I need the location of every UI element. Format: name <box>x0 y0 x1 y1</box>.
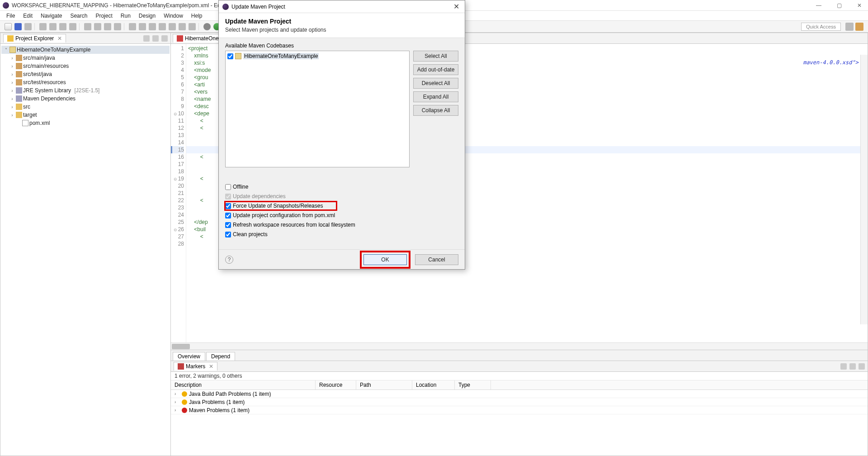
col-resource[interactable]: Resource <box>316 380 356 390</box>
codebase-tree[interactable]: HibernateOneToManyExample <box>225 51 410 167</box>
tree-source-folder[interactable]: ›src/main/java <box>1 54 170 62</box>
markers-summary: 1 error, 2 warnings, 0 others <box>171 372 868 380</box>
deselect-all-button[interactable]: Deselect All <box>413 78 458 89</box>
quick-access-input[interactable]: Quick Access <box>801 23 841 31</box>
col-location[interactable]: Location <box>412 380 455 390</box>
clean-projects-checkbox-row[interactable]: Clean projects <box>225 230 458 238</box>
col-type[interactable]: Type <box>455 380 491 390</box>
collapse-all-button[interactable]: Collapse All <box>413 105 458 116</box>
folder-icon <box>16 112 22 118</box>
help-icon[interactable]: ? <box>225 256 233 264</box>
markers-group-row[interactable]: ›Java Build Path Problems (1 item) <box>171 390 868 398</box>
window-close-button[interactable]: ✕ <box>854 2 865 9</box>
tree-source-folder[interactable]: ›src/main/resources <box>1 62 170 70</box>
clean-projects-checkbox[interactable] <box>225 232 231 238</box>
menu-file[interactable]: File <box>3 12 19 20</box>
col-path[interactable]: Path <box>356 380 412 390</box>
java-perspective-icon[interactable] <box>855 23 863 31</box>
close-icon[interactable]: ✕ <box>209 363 213 370</box>
markers-group-row[interactable]: ›Java Problems (1 item) <box>171 398 868 406</box>
view-menu-icon[interactable] <box>859 363 865 370</box>
toolbar-icon[interactable] <box>129 23 136 30</box>
debug-icon[interactable] <box>203 23 211 30</box>
dialog-titlebar[interactable]: Update Maven Project ✕ <box>219 0 465 13</box>
toolbar-icon[interactable] <box>139 23 146 30</box>
menu-help[interactable]: Help <box>188 12 206 20</box>
offline-checkbox-row[interactable]: Offline <box>225 183 458 191</box>
menu-window[interactable]: Window <box>160 12 187 20</box>
view-menu-icon[interactable] <box>840 363 847 370</box>
collapse-all-icon[interactable] <box>143 35 150 42</box>
toolbar-icon[interactable] <box>179 23 186 30</box>
tab-dependencies[interactable]: Depend <box>206 352 235 361</box>
toolbar-icon[interactable] <box>59 23 66 30</box>
force-update-checkbox[interactable] <box>225 203 231 209</box>
toolbar-icon[interactable] <box>149 23 156 30</box>
refresh-ws-checkbox-row[interactable]: Refresh workspace resources from local f… <box>225 221 458 229</box>
markers-group-row[interactable]: ›Maven Problems (1 item) <box>171 406 868 414</box>
toolbar-icon[interactable] <box>84 23 91 30</box>
menu-design[interactable]: Design <box>135 12 159 20</box>
close-icon[interactable]: ✕ <box>57 35 62 42</box>
window-maximize-button[interactable]: ▢ <box>833 2 845 9</box>
menu-search[interactable]: Search <box>66 12 91 20</box>
ok-button[interactable]: OK <box>363 254 407 265</box>
update-config-checkbox[interactable] <box>225 213 231 218</box>
new-icon[interactable] <box>5 23 12 30</box>
toolbar-icon[interactable] <box>104 23 111 30</box>
markers-table[interactable]: Description Resource Path Location Type … <box>171 380 868 456</box>
tree-project-root[interactable]: ˅ HibernateOneToManyExample <box>1 46 170 54</box>
save-all-icon[interactable] <box>24 23 32 30</box>
offline-checkbox[interactable] <box>225 184 231 190</box>
select-all-button[interactable]: Select All <box>413 51 458 62</box>
codebase-item[interactable]: HibernateOneToManyExample <box>227 53 407 59</box>
view-menu-icon[interactable] <box>161 35 168 42</box>
tab-overview[interactable]: Overview <box>173 352 205 361</box>
add-out-of-date-button[interactable]: Add out-of-date <box>413 64 458 75</box>
markers-tab[interactable]: Markers ✕ <box>174 362 217 370</box>
project-tree[interactable]: ˅ HibernateOneToManyExample ›src/main/ja… <box>0 44 170 129</box>
toolbar-icon[interactable] <box>159 23 166 30</box>
tree-jre-library[interactable]: ›JRE System Library [J2SE-1.5] <box>1 86 170 95</box>
editor-horizontal-scrollbar[interactable] <box>171 342 868 350</box>
menu-project[interactable]: Project <box>92 12 116 20</box>
code-fragment: maven-4.0.0.xsd"> <box>803 59 859 66</box>
checkbox-label: Update project configuration from pom.xm… <box>233 212 335 218</box>
tree-maven-deps[interactable]: ›Maven Dependencies <box>1 95 170 103</box>
tree-folder[interactable]: ›target <box>1 111 170 119</box>
checkbox-label: Offline <box>233 184 248 190</box>
project-explorer-tab[interactable]: Project Explorer ✕ <box>3 34 66 43</box>
toolbar-icon[interactable] <box>189 23 196 30</box>
tree-label: src/test/java <box>23 71 52 77</box>
menu-navigate[interactable]: Navigate <box>37 12 66 20</box>
menu-run[interactable]: Run <box>117 12 134 20</box>
checkbox-label: Refresh workspace resources from local f… <box>233 222 355 228</box>
view-menu-icon[interactable] <box>849 363 856 370</box>
open-perspective-icon[interactable] <box>845 23 854 31</box>
save-icon[interactable] <box>14 23 22 30</box>
codebase-checkbox[interactable] <box>227 53 233 59</box>
editor-vertical-scrollbar[interactable] <box>860 55 868 324</box>
menu-edit[interactable]: Edit <box>19 12 36 20</box>
toolbar-icon[interactable] <box>49 23 57 30</box>
link-editor-icon[interactable] <box>152 35 159 42</box>
toolbar-icon[interactable] <box>94 23 101 30</box>
col-description[interactable]: Description <box>171 380 316 390</box>
tree-source-folder[interactable]: ›src/test/resources <box>1 78 170 86</box>
toolbar-icon[interactable] <box>39 23 47 30</box>
dialog-close-button[interactable]: ✕ <box>452 2 461 11</box>
tree-folder[interactable]: ›src <box>1 103 170 111</box>
force-update-checkbox-row[interactable]: Force Update of Snapshots/Releases <box>225 202 336 210</box>
tree-source-folder[interactable]: ›src/test/java <box>1 70 170 78</box>
refresh-ws-checkbox[interactable] <box>225 222 231 228</box>
toolbar-icon[interactable] <box>169 23 176 30</box>
tree-file-pom[interactable]: pom.xml <box>1 119 170 127</box>
expand-all-button[interactable]: Expand All <box>413 91 458 102</box>
toolbar-icon[interactable] <box>69 23 76 30</box>
toolbar-icon[interactable] <box>114 23 121 30</box>
update-config-checkbox-row[interactable]: Update project configuration from pom.xm… <box>225 211 458 219</box>
window-minimize-button[interactable]: — <box>812 2 825 9</box>
checkbox-label: Update dependencies <box>233 193 286 200</box>
package-folder-icon <box>16 71 22 77</box>
cancel-button[interactable]: Cancel <box>415 254 458 265</box>
